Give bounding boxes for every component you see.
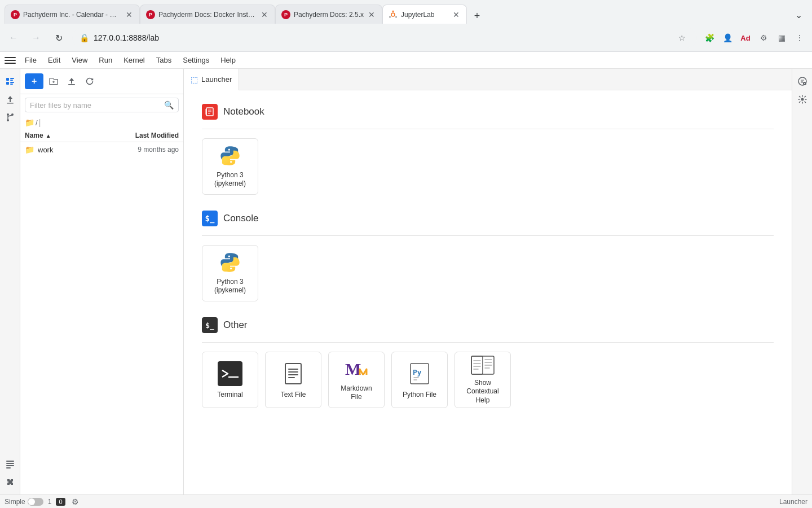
tab2-close[interactable]: ✕ xyxy=(260,9,269,20)
sidebar-icon[interactable]: ▦ xyxy=(774,30,789,46)
upload-activity-icon[interactable] xyxy=(2,91,18,107)
file-name-work: work xyxy=(38,146,111,154)
svg-text:Py: Py xyxy=(413,368,422,376)
content-area: ⬚ Launcher Notebook xyxy=(184,69,792,494)
textfile-icon xyxy=(280,360,307,387)
search-input[interactable] xyxy=(30,101,161,110)
reload-button[interactable]: ↻ xyxy=(50,29,68,47)
toggle-track[interactable] xyxy=(28,498,43,506)
property-inspector-icon[interactable] xyxy=(795,73,810,89)
python3-console-card[interactable]: Python 3(ipykernel) xyxy=(202,245,258,301)
extensions-activity-icon[interactable] xyxy=(2,474,18,490)
filter-search-box[interactable]: 🔍 xyxy=(25,98,179,112)
pythonfile-icon: Py xyxy=(406,360,433,387)
terminal-label: Terminal xyxy=(217,391,242,400)
tasks-activity-icon[interactable] xyxy=(2,456,18,472)
browser-tab-2[interactable]: P Pachyderm Docs: Docker Insta... ✕ xyxy=(140,5,275,24)
new-launcher-button[interactable]: + xyxy=(25,73,43,89)
notebook-section-icon xyxy=(202,104,218,120)
menu-run[interactable]: Run xyxy=(94,54,117,67)
line-col-indicator: 1 xyxy=(48,498,52,506)
other-section-header: $_ Other xyxy=(202,317,774,333)
python3-console-label: Python 3(ipykernel) xyxy=(214,278,246,295)
svg-point-1 xyxy=(392,10,394,12)
launcher-panel: Notebook xyxy=(184,90,792,494)
sort-arrow-icon: ▲ xyxy=(46,133,51,139)
console-cards: Python 3(ipykernel) xyxy=(202,245,774,301)
launcher-status-label: Launcher xyxy=(779,498,807,506)
file-row-work[interactable]: 📁 work 9 months ago xyxy=(20,142,183,157)
extension2-icon[interactable]: ⚙ xyxy=(756,30,771,46)
zero-badge: 0 xyxy=(56,498,65,506)
contextual-help-label: ShowContextual Help xyxy=(461,379,505,405)
terminal-icon xyxy=(217,360,244,387)
new-tab-button[interactable]: + xyxy=(469,8,485,24)
menu-file[interactable]: File xyxy=(20,54,41,67)
more-icon[interactable]: ⋮ xyxy=(792,30,807,46)
right-panel xyxy=(792,69,812,494)
minimize-btn[interactable]: ⌄ xyxy=(789,6,807,24)
tab4-favicon xyxy=(389,10,398,19)
textfile-card[interactable]: Text File xyxy=(265,352,321,408)
new-folder-button[interactable] xyxy=(46,73,61,89)
other-divider xyxy=(202,342,774,343)
menu-view[interactable]: View xyxy=(67,54,92,67)
refresh-browser-button[interactable] xyxy=(82,73,98,89)
address-bar[interactable]: 🔒 127.0.0.1:8888/lab ☆ xyxy=(72,28,697,48)
contextual-help-card[interactable]: ShowContextual Help xyxy=(454,352,511,408)
bookmark-icon[interactable]: ☆ xyxy=(674,30,690,46)
extensions-icon[interactable]: 🧩 xyxy=(701,30,717,46)
upload-files-button[interactable] xyxy=(64,73,80,89)
new-plus-icon: + xyxy=(32,76,37,86)
menu-bar: File Edit View Run Kernel Tabs Settings … xyxy=(0,52,812,69)
terminal-card[interactable]: Terminal xyxy=(202,352,258,408)
cursor-indicator: | xyxy=(39,118,41,127)
settings-right-icon[interactable] xyxy=(795,91,810,107)
forward-button[interactable]: → xyxy=(27,29,45,47)
launcher-tab-label: Launcher xyxy=(201,75,232,84)
svg-text:M: M xyxy=(345,360,361,378)
search-icon[interactable]: 🔍 xyxy=(164,100,174,110)
python3-notebook-card[interactable]: Python 3(ipykernel) xyxy=(202,138,258,195)
menu-tabs[interactable]: Tabs xyxy=(152,54,176,67)
adblocker-icon[interactable]: Ad xyxy=(738,30,753,46)
files-activity-icon[interactable] xyxy=(2,73,18,89)
svg-rect-9 xyxy=(10,84,13,85)
file-browser-sidebar: + xyxy=(20,69,184,494)
browser-tab-1[interactable]: P Pachyderm Inc. - Calendar - W... ✕ xyxy=(5,5,140,24)
name-column-header[interactable]: Name ▲ xyxy=(25,132,111,139)
status-settings-icon[interactable]: ⚙ xyxy=(70,496,81,507)
modified-label: Last Modified xyxy=(135,132,179,139)
svg-rect-7 xyxy=(10,80,13,81)
console-section-header: $_ Console xyxy=(202,211,774,226)
menu-help[interactable]: Help xyxy=(216,54,240,67)
menu-kernel[interactable]: Kernel xyxy=(119,54,149,67)
modified-column-header: Last Modified xyxy=(111,132,179,139)
pythonfile-card[interactable]: Py Python File xyxy=(391,352,448,408)
tab2-favicon: P xyxy=(146,10,155,19)
git-activity-icon[interactable] xyxy=(2,110,18,125)
tab3-close[interactable]: ✕ xyxy=(367,9,376,20)
menu-settings[interactable]: Settings xyxy=(178,54,214,67)
notebook-section-header: Notebook xyxy=(202,104,774,120)
status-right: Launcher xyxy=(779,498,807,506)
tab1-close[interactable]: ✕ xyxy=(125,9,134,20)
launcher-tab[interactable]: ⬚ Launcher xyxy=(184,69,239,90)
browser-tab-4[interactable]: JupyterLab ✕ xyxy=(382,5,467,24)
markdown-card[interactable]: M Markdown File xyxy=(328,352,385,408)
browser-tab-3[interactable]: P Pachyderm Docs: 2.5.x ✕ xyxy=(275,5,382,24)
pythonfile-label: Python File xyxy=(403,391,436,400)
hamburger-menu[interactable] xyxy=(5,55,16,66)
console-section-title: Console xyxy=(223,213,258,224)
simple-toggle[interactable]: Simple xyxy=(5,498,43,506)
profile-icon[interactable]: 👤 xyxy=(720,30,735,46)
back-button[interactable]: ← xyxy=(5,29,23,47)
svg-rect-18 xyxy=(68,84,75,85)
toggle-thumb xyxy=(28,498,35,505)
tab4-close[interactable]: ✕ xyxy=(452,9,461,20)
menu-edit[interactable]: Edit xyxy=(43,54,65,67)
svg-rect-27 xyxy=(471,356,483,374)
lock-icon: 🔒 xyxy=(80,33,89,42)
svg-point-30 xyxy=(801,98,804,101)
svg-point-11 xyxy=(7,113,9,116)
